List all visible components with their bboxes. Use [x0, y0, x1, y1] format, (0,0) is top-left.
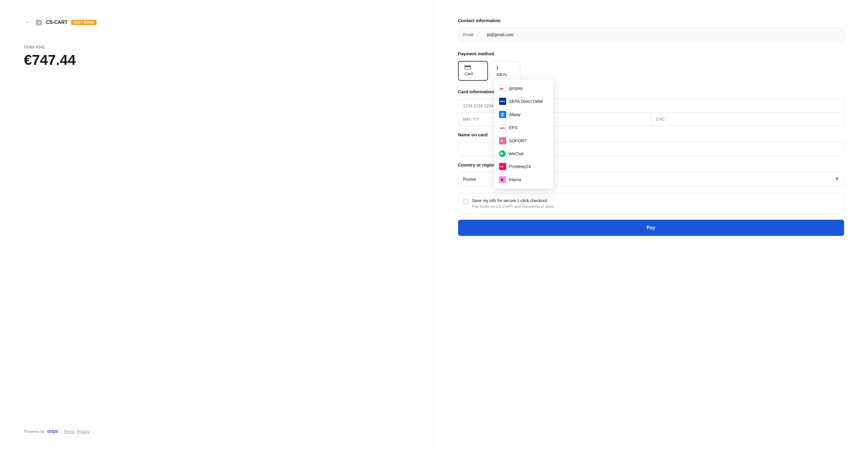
- svg-text:P24: P24: [500, 166, 503, 168]
- stripe-logo: stripe: [47, 429, 58, 434]
- payment-dropdown: gp giropay SEPA SEPA Direct Debit: [494, 79, 554, 189]
- card-method-label: Card: [465, 71, 473, 76]
- svg-rect-1: [465, 65, 470, 69]
- przelewy-label: Przelewy24: [509, 164, 531, 169]
- pay-button[interactable]: Pay: [458, 220, 844, 236]
- terms-link[interactable]: Terms: [64, 429, 74, 434]
- sofort-label: SOFORT: [509, 138, 527, 143]
- footer-divider: |: [60, 429, 61, 434]
- svg-text:gp: gp: [500, 87, 503, 90]
- back-button[interactable]: ←: [24, 18, 32, 27]
- svg-text:支: 支: [500, 112, 505, 117]
- right-panel: Contact information Email jd@gmail.com P…: [434, 0, 868, 452]
- przelewy-icon: P24: [499, 163, 506, 170]
- store-icon: [35, 19, 42, 26]
- eps-icon: eps: [499, 124, 506, 131]
- svg-text:SEPA: SEPA: [500, 100, 505, 102]
- left-footer: Powered by stripe | Terms Privacy: [24, 429, 410, 434]
- alipay-icon: 支: [499, 111, 506, 118]
- card-cvv-input[interactable]: [651, 112, 844, 126]
- wechat-icon: [499, 150, 506, 157]
- svg-text:K: K: [501, 177, 504, 182]
- klarna-icon: K: [499, 176, 506, 183]
- dropdown-item-wechat[interactable]: WeChat: [494, 148, 553, 160]
- save-info-secondary: Pay faster on CS-CART and thousands of s…: [472, 204, 554, 209]
- email-label: Email: [463, 32, 487, 37]
- dropdown-item-sofort[interactable]: K SOFORT: [494, 134, 553, 148]
- powered-by-text: Powered by: [24, 429, 44, 434]
- dropdown-item-alipay[interactable]: 支 Alipay: [494, 108, 553, 121]
- payment-methods-row: Card i iDEAL gp giropay: [458, 61, 844, 81]
- payment-title: Payment method: [458, 51, 844, 56]
- svg-text:eps: eps: [500, 126, 505, 129]
- contact-title: Contact information: [458, 18, 844, 23]
- store-name: CS-CART: [46, 20, 68, 25]
- card-expiry-input[interactable]: [458, 112, 651, 126]
- sofort-icon: K: [499, 137, 506, 144]
- left-panel: ← CS-CART TEST MODE Order #342 €747.44 P…: [0, 0, 434, 452]
- save-info-section: Save my info for secure 1-click checkout…: [458, 193, 844, 214]
- privacy-link[interactable]: Privacy: [77, 429, 90, 434]
- klarna-label: Klarna: [509, 177, 521, 182]
- save-info-text: Save my info for secure 1-click checkout…: [472, 198, 554, 209]
- test-mode-badge: TEST MODE: [71, 20, 97, 25]
- email-value: jd@gmail.com: [487, 32, 514, 37]
- alipay-label: Alipay: [509, 112, 521, 117]
- giropay-icon: gp: [499, 85, 506, 92]
- ideal-method-btn[interactable]: i iDEAL: [490, 61, 520, 81]
- svg-text:K: K: [500, 139, 503, 142]
- card-method-btn[interactable]: Card: [458, 61, 488, 81]
- dropdown-item-klarna[interactable]: K Klarna: [494, 173, 553, 186]
- card-icon: [465, 65, 471, 70]
- dropdown-item-eps[interactable]: eps EPS: [494, 121, 553, 134]
- header-bar: ← CS-CART TEST MODE: [24, 18, 410, 27]
- dropdown-item-giropay[interactable]: gp giropay: [494, 82, 553, 95]
- svg-point-14: [500, 153, 501, 154]
- ideal-method-label: iDEAL: [497, 72, 508, 77]
- eps-label: EPS: [509, 125, 518, 130]
- svg-rect-0: [37, 21, 41, 24]
- save-info-checkbox[interactable]: [463, 199, 468, 204]
- sepa-label: SEPA Direct Debit: [509, 99, 543, 104]
- email-field: Email jd@gmail.com: [458, 28, 844, 41]
- wechat-label: WeChat: [508, 151, 524, 156]
- payment-section: Payment method Card i iDEAL: [458, 51, 844, 81]
- save-info-primary: Save my info for secure 1-click checkout: [472, 198, 554, 203]
- ideal-icon: i: [497, 65, 498, 71]
- svg-point-15: [501, 153, 502, 154]
- sepa-icon: SEPA: [499, 98, 506, 105]
- contact-section: Contact information Email jd@gmail.com: [458, 18, 844, 41]
- svg-rect-2: [465, 66, 471, 67]
- order-amount: €747.44: [24, 52, 410, 68]
- giropay-label: giropay: [509, 86, 523, 91]
- dropdown-item-sepa[interactable]: SEPA SEPA Direct Debit: [494, 95, 553, 108]
- order-label: Order #342: [24, 44, 410, 49]
- dropdown-item-przelewy[interactable]: P24 Przelewy24: [494, 160, 553, 173]
